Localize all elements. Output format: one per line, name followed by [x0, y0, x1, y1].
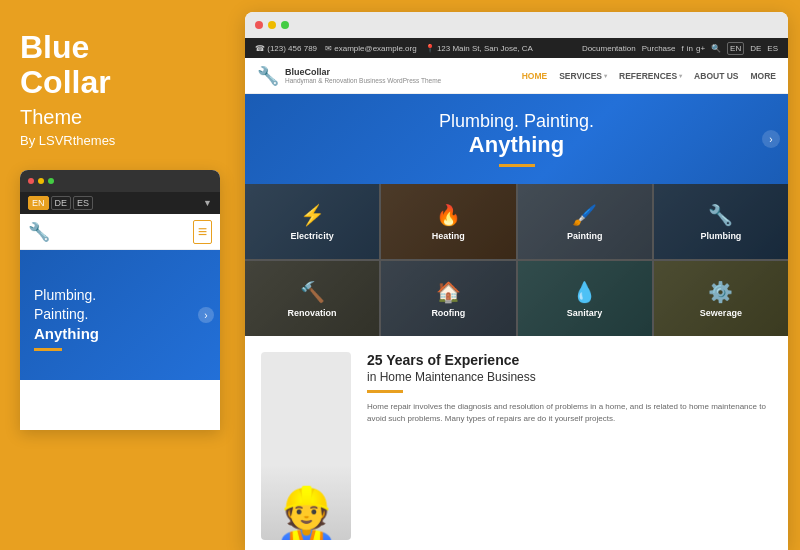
- nav-logo-name: BlueCollar: [285, 67, 441, 77]
- renovation-icon: 🔨: [300, 280, 325, 304]
- service-content-electricity: ⚡ Electricity: [291, 203, 334, 241]
- worker-image: 👷: [261, 352, 351, 540]
- experience-underline: [367, 390, 403, 393]
- sewerage-label: Sewerage: [700, 308, 742, 318]
- nav-logo-tagline: Handyman & Renovation Business WordPress…: [285, 77, 441, 84]
- service-content-heating: 🔥 Heating: [432, 203, 465, 241]
- mobile-hamburger-icon[interactable]: ≡: [193, 220, 212, 244]
- info-bar-right: Documentation Purchase f in g+ 🔍 EN DE E…: [582, 42, 778, 55]
- facebook-icon[interactable]: f: [681, 44, 683, 53]
- renovation-label: Renovation: [288, 308, 337, 318]
- nav-link-home[interactable]: HOME: [522, 71, 548, 81]
- theme-subtitle: Theme: [20, 106, 225, 129]
- mobile-mockup: EN DE ES ▼ 🔧 ≡ Plumbing. Painting. Anyth…: [20, 170, 220, 430]
- nav-link-references[interactable]: REFERENCES▾: [619, 71, 682, 81]
- experience-title: 25 Years of Experience: [367, 352, 772, 368]
- mobile-hero-text1: Plumbing.: [34, 286, 96, 306]
- mobile-dot-red: [28, 178, 34, 184]
- plumbing-label: Plumbing: [700, 231, 741, 241]
- service-content-roofing: 🏠 Roofing: [431, 280, 465, 318]
- nav-link-services[interactable]: SERVICES▾: [559, 71, 607, 81]
- browser-dot-red: [255, 21, 263, 29]
- experience-section: 👷 25 Years of Experience in Home Mainten…: [245, 336, 788, 550]
- mobile-lang-de[interactable]: DE: [51, 196, 72, 210]
- mobile-lang-es[interactable]: ES: [73, 196, 93, 210]
- service-card-sewerage[interactable]: ⚙️ Sewerage: [654, 261, 788, 336]
- heating-label: Heating: [432, 231, 465, 241]
- lang-en[interactable]: EN: [727, 42, 744, 55]
- hero-section: Plumbing. Painting. Anything ›: [245, 94, 788, 184]
- experience-content: 25 Years of Experience in Home Maintenan…: [367, 352, 772, 540]
- phone-info: ☎ (123) 456 789: [255, 44, 317, 53]
- nav-link-more[interactable]: MORE: [751, 71, 777, 81]
- browser-dot-yellow: [268, 21, 276, 29]
- main-nav: 🔧 BlueCollar Handyman & Renovation Busin…: [245, 58, 788, 94]
- nav-links: HOME SERVICES▾ REFERENCES▾ ABOUT US MORE: [522, 71, 776, 81]
- browser-dot-green: [281, 21, 289, 29]
- service-card-heating[interactable]: 🔥 Heating: [381, 184, 515, 259]
- sewerage-icon: ⚙️: [708, 280, 733, 304]
- mobile-hero: Plumbing. Painting. Anything ›: [20, 250, 220, 380]
- service-content-renovation: 🔨 Renovation: [288, 280, 337, 318]
- nav-logo: 🔧 BlueCollar Handyman & Renovation Busin…: [257, 65, 441, 87]
- plumbing-icon: 🔧: [708, 203, 733, 227]
- mobile-dot-green: [48, 178, 54, 184]
- info-bar-left: ☎ (123) 456 789 ✉ example@example.org 📍 …: [255, 44, 572, 53]
- mobile-lang-en[interactable]: EN: [28, 196, 49, 210]
- nav-link-about[interactable]: ABOUT US: [694, 71, 738, 81]
- hero-arrow-right[interactable]: ›: [762, 130, 780, 148]
- roofing-icon: 🏠: [436, 280, 461, 304]
- address-info: 📍 123 Main St, San Jose, CA: [425, 44, 533, 53]
- doc-link[interactable]: Documentation: [582, 44, 636, 53]
- service-content-sewerage: ⚙️ Sewerage: [700, 280, 742, 318]
- service-card-plumbing[interactable]: 🔧 Plumbing: [654, 184, 788, 259]
- service-content-painting: 🖌️ Painting: [567, 203, 603, 241]
- hero-underline: [499, 164, 535, 167]
- lang-es[interactable]: ES: [767, 44, 778, 53]
- electricity-label: Electricity: [291, 231, 334, 241]
- left-panel: Blue Collar Theme By LSVRthemes EN DE ES…: [0, 0, 245, 550]
- nav-logo-icon: 🔧: [257, 65, 279, 87]
- painting-label: Painting: [567, 231, 603, 241]
- hero-bold: Anything: [469, 132, 564, 158]
- mobile-hero-bold: Anything: [34, 325, 99, 342]
- experience-text: Home repair involves the diagnosis and r…: [367, 401, 772, 425]
- browser-mockup: ☎ (123) 456 789 ✉ example@example.org 📍 …: [245, 12, 788, 550]
- service-card-painting[interactable]: 🖌️ Painting: [518, 184, 652, 259]
- social-icons: f in g+: [681, 44, 705, 53]
- service-card-roofing[interactable]: 🏠 Roofing: [381, 261, 515, 336]
- mobile-hero-underline: [34, 348, 62, 351]
- mobile-arrow-right[interactable]: ›: [198, 307, 214, 323]
- purchase-link[interactable]: Purchase: [642, 44, 676, 53]
- info-bar: ☎ (123) 456 789 ✉ example@example.org 📍 …: [245, 38, 788, 58]
- service-card-sanitary[interactable]: 💧 Sanitary: [518, 261, 652, 336]
- service-card-electricity[interactable]: ⚡ Electricity: [245, 184, 379, 259]
- theme-by: By LSVRthemes: [20, 133, 225, 148]
- mobile-lang-select[interactable]: ▼: [203, 198, 212, 208]
- painting-icon: 🖌️: [572, 203, 597, 227]
- electricity-icon: ⚡: [300, 203, 325, 227]
- mobile-top-bar: [20, 170, 220, 192]
- mobile-hero-text2: Painting.: [34, 305, 88, 325]
- worker-figure: 👷: [274, 488, 339, 540]
- theme-title: Blue Collar: [20, 30, 225, 100]
- sanitary-icon: 💧: [572, 280, 597, 304]
- linkedin-icon[interactable]: in: [687, 44, 693, 53]
- browser-topbar: [245, 12, 788, 38]
- mobile-nav-bar: 🔧 ≡: [20, 214, 220, 250]
- heating-icon: 🔥: [436, 203, 461, 227]
- experience-subtitle: in Home Maintenance Business: [367, 370, 772, 384]
- lang-de[interactable]: DE: [750, 44, 761, 53]
- sanitary-label: Sanitary: [567, 308, 603, 318]
- nav-logo-text: BlueCollar Handyman & Renovation Busines…: [285, 67, 441, 84]
- services-grid: ⚡ Electricity 🔥 Heating 🖌️ Painting: [245, 184, 788, 336]
- mobile-lang-bar: EN DE ES ▼: [20, 192, 220, 214]
- service-card-renovation[interactable]: 🔨 Renovation: [245, 261, 379, 336]
- service-content-plumbing: 🔧 Plumbing: [700, 203, 741, 241]
- google-plus-icon[interactable]: g+: [696, 44, 705, 53]
- roofing-label: Roofing: [431, 308, 465, 318]
- hero-text: Plumbing. Painting.: [439, 111, 594, 132]
- search-icon[interactable]: 🔍: [711, 44, 721, 53]
- website-content: ☎ (123) 456 789 ✉ example@example.org 📍 …: [245, 38, 788, 550]
- email-info: ✉ example@example.org: [325, 44, 417, 53]
